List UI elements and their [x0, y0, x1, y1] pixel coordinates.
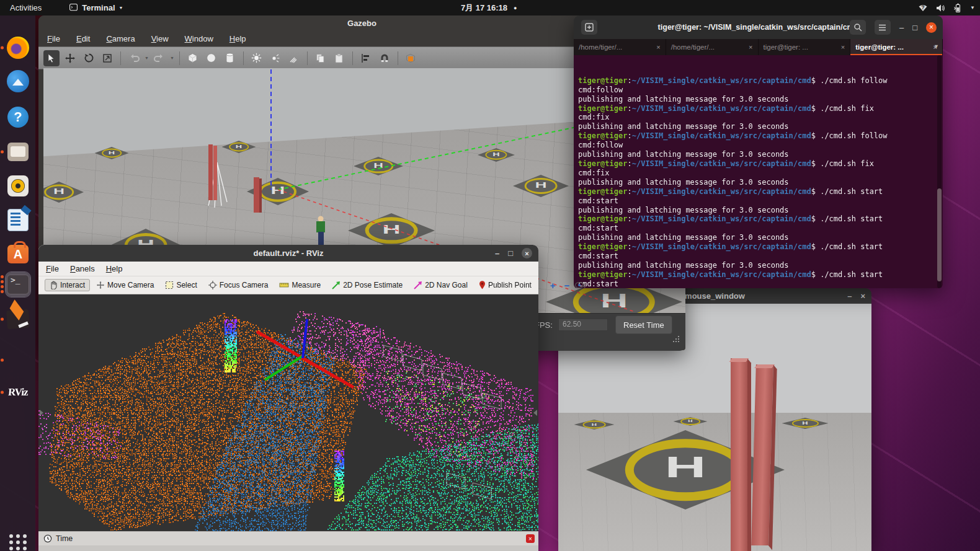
undo-icon[interactable] — [126, 50, 142, 66]
cylinder-shape-icon[interactable] — [222, 50, 238, 66]
maximize-button[interactable]: □ — [912, 23, 917, 32]
system-menu-caret-icon[interactable]: ▼ — [970, 5, 975, 11]
rviz-menu-panels[interactable]: Panels — [70, 264, 95, 273]
tab-close-icon[interactable]: × — [749, 43, 752, 51]
terminal-tab-1[interactable]: /home/tiger/...× — [574, 39, 666, 55]
dock-item-thunderbird[interactable] — [6, 69, 30, 94]
tab-list-caret-icon[interactable]: ▼ — [933, 43, 939, 50]
time-panel-header[interactable]: Time × — [38, 531, 538, 545]
zoom-out-button[interactable]: − — [561, 280, 574, 291]
scrollbar-thumb[interactable] — [937, 188, 942, 281]
gazebo-menu-edit[interactable]: Edit — [76, 34, 90, 43]
caret-down-icon[interactable]: ▼ — [145, 56, 149, 60]
align-icon[interactable] — [358, 50, 374, 66]
app-menu-terminal[interactable]: Terminal ▼ — [69, 3, 123, 12]
dock-item-gazebo[interactable] — [6, 307, 30, 332]
building-editor-icon[interactable] — [403, 50, 419, 66]
prompt-colon: : — [627, 131, 631, 140]
zoom-in-button[interactable]: + — [546, 280, 559, 291]
command-text: ./cmd.sh start — [820, 242, 883, 251]
dock-item-help[interactable]: ? — [6, 105, 30, 130]
rviz-3d-viewport[interactable] — [38, 294, 538, 531]
tool-2d-nav-goal[interactable]: 2D Nav Goal — [409, 279, 473, 291]
new-tab-button[interactable] — [581, 20, 597, 35]
caret-down-icon: ▼ — [119, 6, 123, 10]
dock-item-ubuntu-software[interactable]: A — [6, 242, 30, 267]
time-panel-label: Time — [56, 534, 73, 543]
menu-icon[interactable] — [875, 20, 891, 35]
tab-close-icon[interactable]: × — [656, 43, 660, 51]
tool-interact[interactable]: Interact — [45, 279, 90, 291]
rviz-menu-help[interactable]: Help — [106, 264, 123, 273]
search-icon[interactable] — [850, 20, 866, 35]
paste-icon[interactable] — [331, 50, 347, 66]
caret-down-icon[interactable]: ▼ — [170, 56, 174, 60]
close-icon[interactable]: × — [522, 248, 532, 258]
dock-item-firefox[interactable] — [6, 35, 30, 60]
close-icon[interactable]: × — [926, 22, 937, 33]
tool-2d-pose-estimate[interactable]: 2D Pose Estimate — [327, 279, 408, 291]
snap-icon[interactable] — [376, 50, 393, 66]
volume-icon[interactable] — [935, 3, 945, 13]
help-icon: ? — [7, 107, 29, 128]
terminal-tab-2[interactable]: /home/tiger/...× — [666, 39, 759, 55]
redo-icon[interactable] — [151, 50, 167, 66]
gazebo-menu-window[interactable]: Window — [185, 34, 213, 43]
dock-item-rhythmbox[interactable] — [6, 174, 30, 198]
box-shape-icon[interactable] — [185, 50, 201, 66]
resize-grip[interactable] — [672, 335, 680, 343]
directional-light-icon[interactable] — [249, 50, 265, 66]
dock-item-terminal[interactable]: >_ — [6, 272, 30, 297]
terminal-tab-3[interactable]: tiger@tiger: ...× — [759, 39, 851, 55]
maximize-button[interactable]: □ — [508, 249, 513, 258]
terminal-output[interactable]: tiger@tiger:~/VISIM_single/catkin_ws/src… — [574, 55, 943, 288]
point-light-icon[interactable] — [267, 50, 283, 66]
terminal-tab-4[interactable]: tiger@tiger: ...× — [850, 39, 943, 55]
translate-icon[interactable] — [62, 50, 78, 66]
prompt-user: tiger@tiger — [578, 187, 627, 196]
gazebo-menu-camera[interactable]: Camera — [106, 34, 135, 43]
select-arrow-icon[interactable] — [43, 50, 60, 66]
rviz-titlebar[interactable]: default.rviz* - RViz – □ × — [38, 245, 538, 262]
gazebo-menu-view[interactable]: View — [151, 34, 169, 43]
scale-icon[interactable] — [99, 50, 115, 66]
rotate-icon[interactable] — [81, 50, 97, 66]
clock[interactable]: 7月 17 16:18 ● — [461, 2, 517, 14]
reset-time-button[interactable]: Reset Time — [615, 315, 672, 334]
time-panel-close-icon[interactable]: × — [526, 534, 535, 543]
network-icon[interactable]: ? — [918, 3, 928, 13]
sphere-shape-icon[interactable] — [203, 50, 220, 66]
panel-expand-arrow-left[interactable] — [40, 410, 43, 416]
dock-item-libreoffice-writer[interactable] — [6, 208, 30, 232]
focus-icon — [208, 281, 217, 289]
tool-focus-camera[interactable]: Focus Camera — [203, 279, 274, 291]
dock-item-rviz[interactable]: RViz — [6, 380, 30, 405]
gazebo-menu-file[interactable]: File — [47, 34, 60, 43]
close-icon[interactable]: × — [860, 291, 865, 301]
dock-item-unknown-app[interactable] — [6, 348, 30, 372]
rviz-menu-file[interactable]: File — [46, 264, 59, 273]
minimize-button[interactable]: – — [899, 23, 904, 32]
command-text: ./cmd.sh follow — [820, 131, 887, 140]
terminal-scrollbar[interactable] — [937, 55, 942, 288]
tool-label: 2D Nav Goal — [425, 281, 468, 289]
minimize-button[interactable]: – — [847, 291, 852, 301]
dock-item-show-applications[interactable] — [6, 530, 30, 551]
gazebo-menu-help[interactable]: Help — [229, 34, 246, 43]
visibility-eye-icon[interactable] — [574, 281, 586, 289]
panel-expand-arrow-right[interactable] — [533, 410, 537, 416]
prompt-path: ~/VISIM_single/catkin_ws/src/captain/cmd — [632, 131, 811, 140]
tool-select[interactable]: Select — [160, 279, 202, 291]
terminal-titlebar[interactable]: tiger@tiger: ~/VISIM_single/catkin_ws/sr… — [574, 15, 943, 39]
tool-move-camera[interactable]: Move Camera — [91, 279, 159, 291]
spot-light-icon[interactable] — [286, 50, 302, 66]
copy-icon[interactable] — [313, 50, 329, 66]
tab-close-icon[interactable]: × — [841, 43, 845, 51]
tool-measure[interactable]: Measure — [274, 279, 326, 291]
fps-value[interactable]: 62.50 — [558, 319, 608, 331]
dock-item-files[interactable] — [6, 139, 30, 164]
activities-button[interactable]: Activities — [0, 3, 51, 12]
minimize-button[interactable]: – — [495, 249, 499, 258]
tool-publish-point[interactable]: Publish Point — [474, 279, 537, 291]
battery-icon[interactable] — [953, 3, 963, 13]
